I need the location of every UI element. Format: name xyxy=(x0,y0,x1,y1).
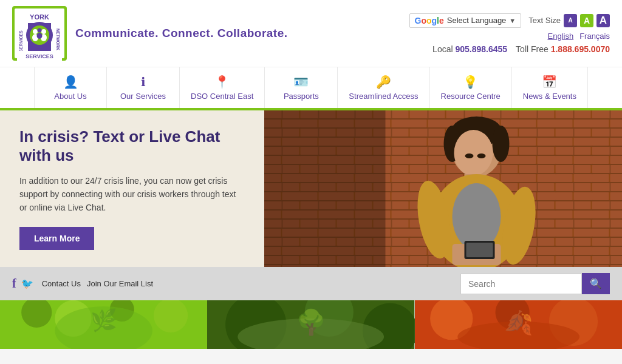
nav-item-resource[interactable]: 💡 Resource Centre xyxy=(430,67,512,108)
facebook-icon[interactable]: f xyxy=(12,277,16,291)
text-size-control: Text Size A A A xyxy=(528,14,610,27)
tollfree-phone[interactable]: 1.888.695.0070 xyxy=(551,44,610,54)
tagline: Communicate. Connect. Collaborate. xyxy=(75,27,288,40)
bottom-image-1: 🌿 xyxy=(0,300,207,349)
contact-us-link[interactable]: Contact Us xyxy=(42,279,81,288)
passports-icon: 🪪 xyxy=(293,75,309,89)
our-services-label: Our Services xyxy=(120,92,166,101)
streamlined-icon: 🔑 xyxy=(376,75,391,89)
about-us-label: About Us xyxy=(54,92,86,101)
search-button[interactable]: 🔍 xyxy=(582,273,610,294)
hero-body: In addition to our 24/7 crisis line, you… xyxy=(19,174,245,215)
header: YORK SERVICES NETWORK SERVICES xyxy=(0,0,622,67)
svg-point-17 xyxy=(38,29,42,33)
header-right: Google Select Language ▼ Text Size A A A… xyxy=(409,13,610,54)
svg-point-41 xyxy=(465,153,474,158)
svg-point-13 xyxy=(33,29,38,34)
hero-image xyxy=(264,110,622,267)
svg-rect-27 xyxy=(264,110,386,267)
nav-item-passports[interactable]: 🪪 Passports xyxy=(265,67,338,108)
text-size-label: Text Size xyxy=(528,16,561,25)
svg-text:NETWORK: NETWORK xyxy=(56,29,60,50)
hero-section: In crisis? Text or Live Chat with us In … xyxy=(0,110,622,267)
contact-numbers: Local 905.898.6455 Toll Free 1.888.695.0… xyxy=(432,44,610,54)
main-nav: 👤 About Us ℹ Our Services 📍 DSO Central … xyxy=(0,67,622,110)
bottom-image-3: 🍂 xyxy=(415,300,622,349)
logo-area: YORK SERVICES NETWORK SERVICES xyxy=(12,6,288,61)
bottom-image-2: 🌳 xyxy=(207,300,414,349)
local-number-label: Local 905.898.6455 xyxy=(432,44,507,54)
svg-point-42 xyxy=(477,153,486,158)
nav-item-about-us[interactable]: 👤 About Us xyxy=(34,67,107,108)
learn-more-button[interactable]: Learn More xyxy=(19,227,94,250)
bottom-images: 🌿 🌳 🍂 xyxy=(0,300,622,349)
google-g-icon: Google xyxy=(415,16,444,25)
search-input[interactable] xyxy=(460,274,582,294)
social-links: f 🐦 xyxy=(12,277,33,291)
svg-text:YORK: YORK xyxy=(30,13,49,21)
svg-point-15 xyxy=(41,29,46,34)
language-links: English Français xyxy=(548,32,610,41)
text-size-medium-button[interactable]: A xyxy=(580,14,593,27)
news-label: News & Events xyxy=(523,92,576,101)
resource-label: Resource Centre xyxy=(441,92,501,101)
tollfree-number-label: Toll Free 1.888.695.0070 xyxy=(516,44,610,54)
news-icon: 📅 xyxy=(542,75,557,89)
twitter-icon[interactable]: 🐦 xyxy=(21,278,33,289)
svg-text:SERVICES: SERVICES xyxy=(26,53,53,59)
svg-point-31 xyxy=(493,126,510,162)
search-bar: 🔍 xyxy=(460,273,610,294)
french-link[interactable]: Français xyxy=(579,32,610,41)
nav-item-news[interactable]: 📅 News & Events xyxy=(512,67,588,108)
hero-heading: In crisis? Text or Live Chat with us xyxy=(19,127,245,165)
about-us-icon: 👤 xyxy=(63,75,78,89)
hero-image-svg xyxy=(264,110,622,267)
join-email-link[interactable]: Join Our Email List xyxy=(87,279,153,288)
select-language-label: Select Language xyxy=(447,16,507,25)
streamlined-label: Streamlined Access xyxy=(349,92,418,101)
google-translate-button[interactable]: Google Select Language ▼ xyxy=(409,13,522,28)
footer-bar: f 🐦 Contact Us Join Our Email List 🔍 xyxy=(0,267,622,300)
nav-item-streamlined[interactable]: 🔑 Streamlined Access xyxy=(338,67,429,108)
text-size-large-button[interactable]: A xyxy=(596,14,610,27)
svg-text:🍂: 🍂 xyxy=(504,309,533,337)
svg-rect-40 xyxy=(466,243,493,257)
top-controls: Google Select Language ▼ Text Size A A A xyxy=(409,13,610,28)
svg-text:🌳: 🌳 xyxy=(296,308,327,337)
svg-point-35 xyxy=(453,183,501,250)
text-size-small-button[interactable]: A xyxy=(564,14,577,27)
nav-item-dso[interactable]: 📍 DSO Central East xyxy=(180,67,265,108)
logo: YORK SERVICES NETWORK SERVICES xyxy=(12,6,67,61)
svg-text:SERVICES: SERVICES xyxy=(19,30,23,52)
local-phone[interactable]: 905.898.6455 xyxy=(455,44,507,54)
nav-item-our-services[interactable]: ℹ Our Services xyxy=(107,67,180,108)
english-link[interactable]: English xyxy=(548,32,574,41)
footer-links: Contact Us Join Our Email List xyxy=(42,279,153,288)
passports-label: Passports xyxy=(284,92,319,101)
svg-text:🌿: 🌿 xyxy=(91,308,117,333)
svg-point-18 xyxy=(37,33,43,39)
logo-svg: YORK SERVICES NETWORK SERVICES xyxy=(12,6,67,61)
resource-icon: 💡 xyxy=(463,75,478,89)
dso-icon: 📍 xyxy=(214,75,230,89)
svg-point-32 xyxy=(454,130,493,176)
dso-label: DSO Central East xyxy=(191,92,253,101)
our-services-icon: ℹ xyxy=(141,75,146,89)
footer-left: f 🐦 Contact Us Join Our Email List xyxy=(12,277,153,291)
hero-text-panel: In crisis? Text or Live Chat with us In … xyxy=(0,110,264,267)
dropdown-arrow-icon: ▼ xyxy=(509,17,516,24)
